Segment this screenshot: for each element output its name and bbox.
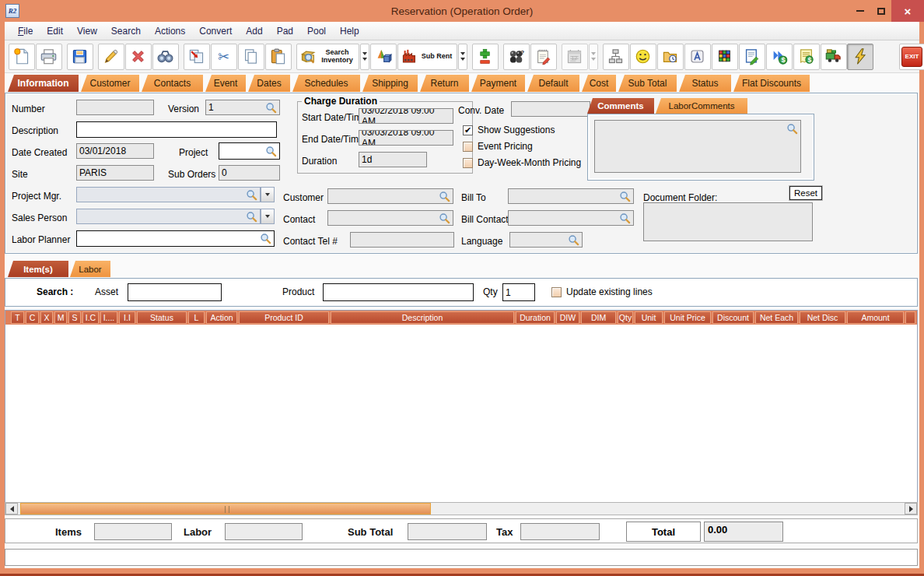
checkbox-checked[interactable]: ✔ [463,125,473,135]
column-header-net-each[interactable]: Net Each [755,311,798,324]
shapes-button[interactable] [370,44,397,70]
labor-planner-field[interactable] [76,230,275,247]
tab-flat-discounts[interactable]: Flat Discounts [733,75,810,92]
menu-view[interactable]: View [70,23,104,39]
minimize-button[interactable] [849,0,870,22]
column-header-m[interactable]: M [54,311,67,324]
column-header-i-i[interactable]: I.I [119,311,135,324]
number-field[interactable] [76,100,154,115]
menu-edit[interactable]: Edit [40,23,70,39]
option-show-suggestions[interactable]: ✔Show Suggestions [463,125,555,135]
tab-information[interactable]: Information [8,75,79,92]
tab-default[interactable]: Default [527,75,579,92]
tab-comments[interactable]: Comments [587,98,654,114]
option-day-week-month-pricing[interactable]: Day-Week-Month Pricing [463,157,581,168]
scroll-left-arrow[interactable] [5,503,18,515]
column-header-t[interactable]: T [11,311,24,324]
column-header-qty[interactable]: Qty [618,311,633,324]
scroll-right-arrow[interactable] [905,503,917,515]
customer-field[interactable] [327,188,453,204]
search-icon[interactable] [265,146,277,157]
product-input[interactable] [323,283,474,301]
menu-pool[interactable]: Pool [300,23,333,39]
menu-help[interactable]: Help [333,23,366,39]
scrollbar-thumb[interactable] [20,503,431,515]
truck-button[interactable] [821,44,847,70]
checkbox-unchecked[interactable] [551,287,562,297]
group-query-button[interactable]: ? [503,44,530,70]
transfer-button[interactable] [184,44,210,70]
duration-field[interactable]: 1d [359,152,427,167]
delete-button[interactable] [125,44,152,70]
cubes-button[interactable] [712,44,738,70]
cut-button[interactable]: ✂ [211,44,237,70]
language-field[interactable] [509,232,583,248]
qty-input[interactable]: 1 [502,283,535,301]
column-header-duration[interactable]: Duration [516,311,555,324]
lightning-button[interactable] [847,44,873,70]
search-inventory-button[interactable]: Search Inventory [296,44,359,70]
menu-add[interactable]: Add [239,23,269,39]
bill-to-field[interactable] [508,188,634,204]
tab-event[interactable]: Event [205,75,246,92]
checkbox-unchecked[interactable] [463,142,473,152]
column-header-net-disc[interactable]: Net Disc [800,311,845,324]
column-header-i-c[interactable]: I.C [82,311,99,324]
add-remove-button[interactable] [472,44,499,70]
column-header-action[interactable]: Action [206,311,237,324]
menu-convert[interactable]: Convert [192,23,239,39]
copy-button[interactable] [238,44,264,70]
tab-labor-comments[interactable]: LaborComments [656,98,747,114]
column-header-i[interactable]: I.... [100,311,117,324]
tab-sub-total[interactable]: Sub Total [618,75,677,92]
column-header-product-id[interactable]: Product ID [239,311,329,324]
column-header-x[interactable]: X [40,311,53,324]
tab-items[interactable]: Item(s) [8,261,68,277]
version-field[interactable]: 1 [205,100,280,115]
search-icon[interactable] [265,102,277,114]
sales-person-dropdown[interactable] [261,209,275,224]
menu-actions[interactable]: Actions [148,23,192,39]
column-header-discount[interactable]: Discount [712,311,754,324]
end-datetime-field[interactable]: 03/03/2018 09:00 AM [359,130,453,146]
checkbox-unchecked[interactable] [463,158,473,168]
sales-person-field[interactable] [76,209,261,224]
project-field[interactable] [219,142,280,160]
save-button[interactable] [67,44,93,70]
column-header-description[interactable]: Description [331,311,514,324]
tab-cost[interactable]: Cost [582,75,616,92]
tab-customer[interactable]: Customer [81,75,139,92]
smiley-button[interactable] [630,44,656,70]
close-button[interactable]: × [891,0,924,22]
search-icon[interactable] [786,123,798,135]
column-header-unit[interactable]: Unit [635,311,663,324]
maximize-button[interactable] [870,0,891,22]
contact-field[interactable] [327,210,453,226]
column-header-c[interactable]: C [26,311,39,324]
column-header-unit-price[interactable]: Unit Price [664,311,711,324]
tab-status[interactable]: Status [679,75,731,92]
asset-input[interactable] [128,283,222,301]
sub-rent-dropdown[interactable] [458,44,467,70]
tab-contacts[interactable]: Contacts [142,75,203,92]
new-document-button[interactable] [9,44,35,70]
column-header-s[interactable]: S [68,311,81,324]
column-header-status[interactable]: Status [137,311,187,324]
document-edit-button[interactable] [739,44,765,70]
paste-button[interactable] [265,44,292,70]
column-header-l[interactable]: L [188,311,205,324]
tab-payment[interactable]: Payment [471,75,525,92]
scrollbar-track[interactable] [18,503,905,515]
items-table-body[interactable] [5,325,918,502]
column-header-dim[interactable]: DIM [581,311,616,324]
update-existing-lines-option[interactable]: Update existing lines [551,286,653,297]
search-icon[interactable] [260,233,271,244]
start-datetime-field[interactable]: 03/02/2018 09:00 AM [359,108,453,124]
bill-contact-field[interactable] [508,210,634,226]
tab-dates[interactable]: Dates [248,75,290,92]
search-icon[interactable] [439,191,450,202]
search-icon[interactable] [246,211,257,223]
search-inventory-dropdown[interactable] [360,44,369,70]
print-button[interactable] [36,44,62,70]
project-mgr-field[interactable] [76,187,261,202]
